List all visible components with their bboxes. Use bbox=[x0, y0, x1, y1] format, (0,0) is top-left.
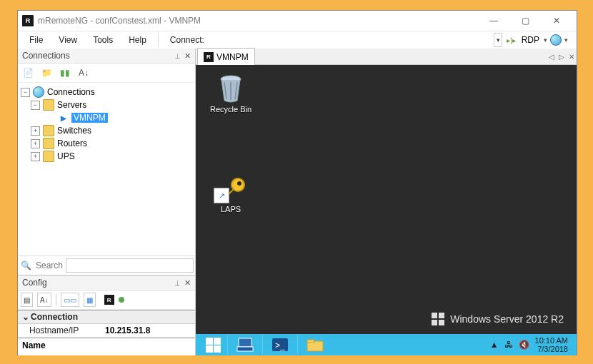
titlebar: R mRemoteNG - confConstest.xml - VMNPM —… bbox=[18, 11, 577, 31]
globe-dropdown-icon[interactable]: ▾ bbox=[564, 36, 568, 44]
expander-icon[interactable]: − bbox=[21, 88, 30, 97]
tree-servers-label: Servers bbox=[57, 100, 86, 110]
search-row: 🔍 Search bbox=[18, 256, 195, 275]
taskbar-powershell[interactable]: >_ bbox=[262, 335, 297, 355]
windows-logo-icon bbox=[432, 313, 444, 325]
property-group-header[interactable]: ⌄Connection bbox=[18, 310, 195, 324]
tree-routers[interactable]: + Routers bbox=[21, 137, 192, 150]
close-pane-icon[interactable]: ✕ bbox=[184, 51, 191, 61]
folder-icon bbox=[43, 151, 54, 162]
property-value[interactable]: 10.215.31.8 bbox=[102, 325, 195, 335]
remote-taskbar[interactable]: >_ ▲ 🖧 🔇 10:10 AM 7/3/2018 bbox=[196, 334, 577, 355]
taskbar-explorer[interactable] bbox=[297, 335, 332, 355]
quick-connect-dropdown[interactable]: ▾ bbox=[494, 33, 502, 47]
folder-icon bbox=[43, 99, 54, 111]
tab-label: VMNPM bbox=[216, 52, 249, 62]
config-host-icon: R bbox=[104, 295, 114, 305]
tree-servers[interactable]: − Servers bbox=[21, 98, 192, 111]
svg-rect-4 bbox=[237, 347, 253, 351]
pin-icon[interactable]: ⟂ bbox=[175, 278, 180, 287]
prop-pages-button[interactable]: ▭▭ bbox=[61, 293, 79, 307]
tree-vmnpm[interactable]: ▶ VMNPM bbox=[21, 111, 192, 124]
expander-icon[interactable]: + bbox=[31, 126, 40, 136]
property-row-hostname[interactable]: Hostname/IP 10.215.31.8 bbox=[18, 324, 195, 338]
grid-button[interactable]: ▦ bbox=[84, 293, 96, 307]
expander-icon[interactable]: − bbox=[31, 101, 40, 110]
tray-clock[interactable]: 10:10 AM 7/3/2018 bbox=[535, 336, 568, 353]
app-window: R mRemoteNG - confConstest.xml - VMNPM —… bbox=[17, 10, 577, 355]
tab-close-icon[interactable]: ✕ bbox=[569, 53, 574, 61]
config-pane: Config ⟂ ✕ ▤ A↓ ▭▭ ▦ R ⌄Connection bbox=[18, 275, 195, 355]
window-title: mRemoteNG - confConstest.xml - VMNPM bbox=[38, 16, 478, 26]
system-tray[interactable]: ▲ 🖧 🔇 10:10 AM 7/3/2018 bbox=[484, 336, 574, 353]
tab-vmnpm[interactable]: R VMNPM bbox=[197, 48, 255, 66]
alphabetic-button[interactable]: A↓ bbox=[37, 293, 51, 307]
menu-tools[interactable]: Tools bbox=[86, 34, 120, 46]
connections-toolbar: 📄 📁 ▮▮ A↓ bbox=[18, 64, 195, 83]
config-status-icon bbox=[119, 297, 124, 303]
tree-ups-label: UPS bbox=[57, 151, 75, 161]
remote-desktop[interactable]: Recycle Bin ↗ LAPS Windows S bbox=[196, 65, 577, 355]
view-icon[interactable]: ▮▮ bbox=[59, 67, 71, 79]
config-toolbar: ▤ A↓ ▭▭ ▦ R bbox=[18, 290, 195, 310]
tree-root-label: Connections bbox=[47, 87, 95, 97]
tray-network-icon[interactable]: 🖧 bbox=[504, 340, 513, 350]
connection-active-icon: ▶ bbox=[59, 113, 69, 123]
expander-icon[interactable]: + bbox=[31, 152, 40, 161]
pin-icon[interactable]: ⟂ bbox=[175, 51, 180, 60]
right-panel: R VMNPM ◁ ▷ ✕ Recycle Bin bbox=[196, 49, 577, 355]
config-pane-header: Config ⟂ ✕ bbox=[18, 275, 195, 290]
menu-connect[interactable]: Connect: bbox=[163, 34, 211, 46]
tray-up-icon[interactable]: ▲ bbox=[490, 340, 499, 350]
new-folder-icon[interactable]: 📁 bbox=[41, 67, 52, 79]
svg-text:>_: >_ bbox=[275, 340, 285, 350]
property-description: Name bbox=[18, 338, 195, 355]
connections-pane-header: Connections ⟂ ✕ bbox=[18, 49, 195, 64]
close-button[interactable]: ✕ bbox=[541, 11, 572, 30]
menu-view[interactable]: View bbox=[51, 34, 84, 46]
expander-icon[interactable]: + bbox=[31, 139, 40, 148]
tab-next-icon[interactable]: ▷ bbox=[559, 53, 564, 61]
desktop-laps[interactable]: ↗ LAPS bbox=[204, 175, 257, 213]
app-icon: R bbox=[22, 15, 34, 26]
desktop-recycle-label: Recycle Bin bbox=[210, 105, 251, 113]
property-grid[interactable]: ⌄Connection Hostname/IP 10.215.31.8 bbox=[18, 310, 195, 338]
protocol-toolbar: ▾ ▸|▸ RDP ▾ ▾ bbox=[489, 33, 572, 47]
search-input[interactable] bbox=[66, 258, 194, 273]
tree-switches-label: Switches bbox=[57, 126, 91, 136]
tree-root[interactable]: − Connections bbox=[21, 86, 192, 98]
tray-time: 10:10 AM bbox=[535, 336, 568, 345]
maximize-button[interactable]: ▢ bbox=[509, 11, 541, 30]
connections-tree[interactable]: − Connections − Servers ▶ VMNPM bbox=[18, 83, 195, 256]
tab-prev-icon[interactable]: ◁ bbox=[549, 53, 554, 61]
categorized-button[interactable]: ▤ bbox=[21, 293, 33, 307]
folder-icon bbox=[43, 138, 54, 149]
sort-icon[interactable]: A↓ bbox=[78, 67, 89, 79]
minimize-button[interactable]: — bbox=[478, 11, 509, 30]
close-pane-icon[interactable]: ✕ bbox=[184, 278, 191, 288]
tray-sound-icon[interactable]: 🔇 bbox=[519, 340, 529, 350]
config-pane-title: Config bbox=[22, 278, 47, 288]
search-icon: 🔍 bbox=[21, 261, 31, 271]
taskbar-server-manager[interactable] bbox=[227, 335, 262, 355]
start-button[interactable] bbox=[199, 335, 227, 355]
protocol-dropdown-icon[interactable]: ▾ bbox=[544, 36, 547, 44]
shortcut-arrow-icon: ↗ bbox=[214, 188, 229, 203]
globe-icon bbox=[33, 86, 44, 98]
left-panel: Connections ⟂ ✕ 📄 📁 ▮▮ A↓ − Connections bbox=[18, 49, 196, 355]
desktop-laps-label: LAPS bbox=[221, 205, 241, 213]
desktop-recycle-bin[interactable]: Recycle Bin bbox=[204, 74, 257, 113]
play-icon[interactable]: ▸|▸ bbox=[507, 36, 516, 44]
menubar: File View Tools Help Connect: ▾ ▸|▸ RDP … bbox=[18, 31, 577, 49]
new-connection-icon[interactable]: 📄 bbox=[22, 67, 34, 79]
search-label: Search bbox=[36, 261, 63, 271]
tab-icon: R bbox=[204, 52, 214, 62]
menu-file[interactable]: File bbox=[22, 34, 50, 46]
tree-switches[interactable]: + Switches bbox=[21, 124, 192, 137]
tree-ups[interactable]: + UPS bbox=[21, 150, 192, 163]
protocol-label[interactable]: RDP bbox=[522, 35, 539, 45]
menu-help[interactable]: Help bbox=[121, 34, 154, 46]
globe-icon[interactable] bbox=[550, 34, 562, 46]
tab-strip: R VMNPM ◁ ▷ ✕ bbox=[196, 49, 577, 65]
os-brand-text: Windows Server 2012 R2 bbox=[450, 313, 564, 325]
